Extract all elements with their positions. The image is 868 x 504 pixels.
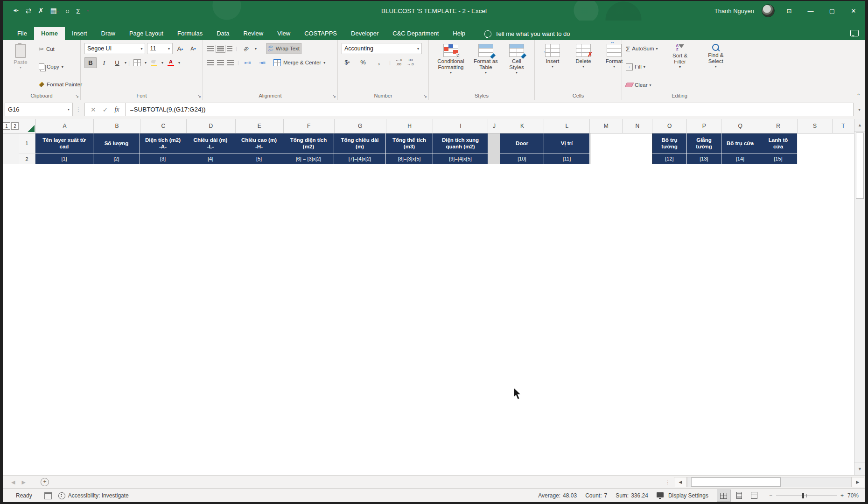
format-painter-button[interactable]: Format Painter bbox=[37, 79, 84, 90]
cell-C1[interactable]: Diện tích (m2) -A- bbox=[140, 133, 186, 154]
ribbon-tab-draw[interactable]: Draw bbox=[94, 27, 122, 40]
horizontal-scroll-thumb[interactable] bbox=[691, 477, 781, 487]
add-sheet-button[interactable]: + bbox=[39, 476, 51, 489]
orientation-button[interactable]: ab bbox=[238, 41, 253, 56]
clear-button[interactable]: Clear▾ bbox=[626, 80, 658, 90]
font-color-caret[interactable]: ▾ bbox=[178, 61, 180, 65]
cell-T2[interactable] bbox=[833, 154, 854, 164]
page-break-view-button[interactable] bbox=[748, 490, 761, 501]
cell-L1[interactable]: Vị trí bbox=[544, 133, 590, 154]
ribbon-tab-page-layout[interactable]: Page Layout bbox=[122, 27, 170, 40]
cell-P1[interactable]: Giằng tường bbox=[687, 133, 721, 154]
tab-scroll-splitter[interactable]: ⋮ bbox=[665, 480, 670, 485]
column-header-M[interactable]: M bbox=[590, 119, 623, 133]
name-box-splitter[interactable]: ⋮ bbox=[76, 106, 82, 113]
formula-input[interactable]: =SUBTOTAL(9,(G17:G24)) bbox=[126, 103, 854, 116]
cell-P2[interactable]: [13] bbox=[687, 154, 721, 164]
cancel-icon[interactable]: ✕ bbox=[91, 106, 96, 113]
number-format-combo[interactable]: Accounting▾ bbox=[342, 43, 422, 54]
cell-J2[interactable] bbox=[488, 154, 500, 164]
ribbon-tab-developer[interactable]: Developer bbox=[344, 27, 385, 40]
ribbon-tab-c-c-department[interactable]: C&C Department bbox=[385, 27, 446, 40]
cell-E2[interactable]: [5] bbox=[235, 154, 283, 164]
orientation-caret[interactable]: ▾ bbox=[255, 47, 257, 51]
cell-N1[interactable] bbox=[623, 133, 652, 154]
cell-O1[interactable]: Bố trụ tường bbox=[652, 133, 687, 154]
row-header-2[interactable]: 2 bbox=[19, 154, 35, 164]
align-middle-icon[interactable] bbox=[217, 46, 224, 51]
collapse-ribbon-icon[interactable]: ⌃ bbox=[857, 93, 861, 98]
font-name-combo[interactable]: Segoe UI▾ bbox=[84, 43, 145, 54]
cell-R2[interactable]: [15] bbox=[759, 154, 798, 164]
align-left-icon[interactable] bbox=[207, 60, 214, 65]
cell-M1[interactable] bbox=[590, 133, 623, 154]
find-select-button[interactable]: Find & Select▾ bbox=[699, 43, 733, 91]
grow-font-button[interactable]: A▴ bbox=[175, 44, 186, 54]
column-header-L[interactable]: L bbox=[544, 119, 590, 133]
name-box[interactable]: G16▾ bbox=[5, 103, 73, 116]
cell-H2[interactable]: [8]=[3]x[5] bbox=[386, 154, 433, 164]
copy-button[interactable]: Copy▾ bbox=[37, 62, 84, 72]
select-all-button[interactable] bbox=[19, 119, 36, 133]
borders-button[interactable] bbox=[132, 58, 143, 68]
align-center-icon[interactable] bbox=[217, 60, 224, 65]
scroll-left-icon[interactable]: ◀ bbox=[674, 477, 687, 487]
flow-icon[interactable]: ⇄ bbox=[26, 7, 32, 15]
cut-button[interactable]: ✂Cut bbox=[37, 44, 84, 54]
scroll-right-icon[interactable]: ▶ bbox=[851, 477, 864, 487]
circle-icon[interactable]: ○ bbox=[65, 7, 70, 15]
cell-C2[interactable]: [3] bbox=[140, 154, 186, 164]
maximize-button[interactable]: ▢ bbox=[825, 7, 839, 14]
cell-K2[interactable]: [10] bbox=[500, 154, 544, 164]
ribbon-tab-view[interactable]: View bbox=[270, 27, 297, 40]
font-dialog-launcher[interactable]: ↘ bbox=[197, 94, 201, 98]
clipboard-dialog-launcher[interactable]: ↘ bbox=[75, 94, 79, 98]
borders-caret[interactable]: ▾ bbox=[145, 61, 147, 65]
cell-A1[interactable]: Tên layer xuất từ cad bbox=[35, 133, 93, 154]
cell-T1[interactable] bbox=[833, 133, 854, 154]
fill-button[interactable]: ↓Fill▾ bbox=[626, 62, 658, 71]
underline-caret[interactable]: ▾ bbox=[125, 61, 126, 65]
ribbon-tab-file[interactable]: File bbox=[10, 27, 34, 40]
normal-view-button[interactable] bbox=[717, 490, 731, 502]
column-header-R[interactable]: R bbox=[759, 119, 798, 133]
prev-sheet-icon[interactable]: ◀ bbox=[11, 479, 15, 485]
clear-rows-icon[interactable]: ✗ bbox=[38, 7, 44, 15]
sort-filter-button[interactable]: AZ Sort & Filter▾ bbox=[665, 43, 696, 91]
cell-D2[interactable]: [4] bbox=[186, 154, 235, 164]
cell-I2[interactable]: [9]=[4]x[5] bbox=[433, 154, 488, 164]
scroll-down-icon[interactable]: ▼ bbox=[854, 462, 865, 475]
scroll-up-icon[interactable]: ▲ bbox=[854, 119, 865, 132]
ribbon-tab-review[interactable]: Review bbox=[237, 27, 271, 40]
table-icon[interactable]: ▦▾ bbox=[50, 7, 59, 15]
expand-formula-bar-icon[interactable]: ▾ bbox=[854, 107, 865, 112]
conditional-formatting-button[interactable]: ≠ Conditional Formatting▾ bbox=[433, 43, 469, 91]
align-right-icon[interactable] bbox=[227, 60, 234, 65]
qat-customize-icon[interactable]: ▾ bbox=[87, 9, 89, 13]
zoom-out-icon[interactable]: − bbox=[769, 492, 772, 499]
column-header-E[interactable]: E bbox=[236, 119, 284, 133]
column-header-N[interactable]: N bbox=[623, 119, 652, 133]
cell-G2[interactable]: [7]=[4]x[2] bbox=[334, 154, 386, 164]
cell-styles-button[interactable]: Cell Styles▾ bbox=[503, 43, 531, 91]
zoom-in-icon[interactable]: + bbox=[840, 492, 844, 499]
cell-D1[interactable]: Chiều dài (m) -L- bbox=[186, 133, 235, 154]
fill-color-button[interactable] bbox=[148, 58, 160, 68]
zoom-slider-thumb[interactable] bbox=[802, 493, 804, 498]
cell-G1[interactable]: Tổng chiều dài (m) bbox=[334, 133, 386, 154]
column-header-O[interactable]: O bbox=[652, 119, 687, 133]
increase-indent-icon[interactable]: ⇥≡ bbox=[257, 58, 268, 68]
display-settings-button[interactable]: Display Settings bbox=[657, 492, 708, 499]
column-header-A[interactable]: A bbox=[36, 119, 94, 133]
column-header-G[interactable]: G bbox=[335, 119, 386, 133]
autosum-button[interactable]: ΣAutoSum▾ bbox=[626, 44, 658, 53]
cell-J1[interactable] bbox=[488, 133, 500, 154]
cell-B1[interactable]: Số lượng bbox=[93, 133, 140, 154]
column-header-I[interactable]: I bbox=[433, 119, 488, 133]
number-dialog-launcher[interactable]: ↘ bbox=[423, 94, 427, 98]
column-header-C[interactable]: C bbox=[140, 119, 187, 133]
insert-cells-button[interactable]: ← Insert▾ bbox=[539, 43, 567, 91]
column-header-H[interactable]: H bbox=[386, 119, 434, 133]
font-color-button[interactable]: A bbox=[165, 58, 176, 68]
cell-L2[interactable]: [11] bbox=[544, 154, 590, 164]
